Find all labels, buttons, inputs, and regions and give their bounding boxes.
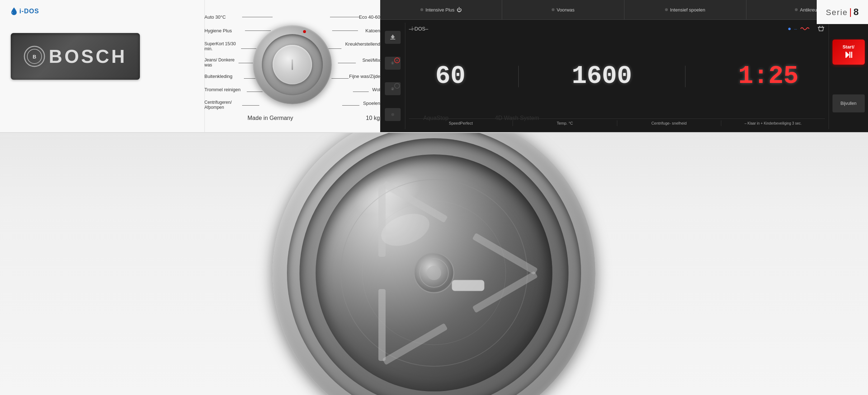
connector-katoen — [332, 31, 358, 31]
connector-auto — [242, 17, 273, 17]
intensive-plus-label: Intensive Plus — [425, 7, 454, 13]
program-katoen: Katoen — [365, 28, 380, 33]
program-buiten: Buitenkleding — [204, 74, 232, 79]
idos-button-1[interactable]: ① + — [385, 57, 401, 70]
svg-rect-4 — [390, 39, 395, 40]
svg-rect-11 — [378, 185, 386, 257]
water-drop-icon: i — [11, 7, 17, 15]
basket-icon — [817, 25, 825, 32]
made-in-germany-label: Made in Germany — [247, 115, 293, 121]
svg-marker-5 — [391, 34, 395, 38]
wave-icon — [800, 26, 814, 32]
svg-text:+: + — [396, 59, 398, 62]
dial-position-marker — [292, 59, 293, 70]
right-action-buttons: Start/ ⏯ Bijvullen — [829, 23, 868, 129]
display-top-row: –i-DOS– ● — — [409, 24, 825, 33]
spin-speed-value: 1600 — [572, 62, 632, 90]
svg-rect-17 — [452, 280, 484, 291]
machine-top-panel: i i-DOS B BOSCH Auto 30°C Hygiene Plus S… — [0, 0, 868, 133]
blue-circle-icon: ● — [788, 25, 791, 32]
drum-ring-2 — [287, 133, 581, 395]
control-panel: Serie|8 Intensive Plus ⏻ Voorwas Intensi… — [380, 0, 868, 132]
idos-text: i-DOS — [19, 8, 39, 15]
voorwas-indicator — [552, 8, 555, 11]
power-icon: ⏻ — [457, 7, 462, 13]
top-function-buttons: Intensive Plus ⏻ Voorwas Intensief spoel… — [380, 0, 868, 20]
program-kreuk: Kreukherstellend — [345, 41, 380, 47]
aquastop-label: AquaStop — [423, 115, 448, 121]
temperature-display: 60 — [435, 64, 466, 89]
voorwas-label: Voorwas — [557, 7, 575, 13]
upload-icon — [389, 34, 396, 41]
svg-text:B: B — [33, 54, 36, 60]
time-value: 1:25 — [738, 62, 798, 90]
program-dial[interactable] — [253, 25, 332, 104]
dial-outer-ring — [253, 25, 332, 104]
klaar-in-label: – Klaar in + Kinderbeveiliging 3 sec. — [745, 121, 802, 125]
svg-rect-16 — [472, 271, 538, 313]
voorwas-button[interactable]: Voorwas — [502, 0, 624, 19]
display-numbers-row: 60 1600 1:25 — [409, 34, 825, 118]
bosch-circle-logo-icon: B — [24, 46, 45, 67]
svg-rect-13 — [472, 233, 538, 275]
dial-red-indicator — [303, 30, 306, 33]
program-auto30: Auto 30°C — [204, 14, 226, 20]
display-area: ① + ② — [380, 20, 868, 132]
program-jeans: Jeans/ Donkere was — [204, 57, 237, 68]
intensive-plus-button[interactable]: Intensive Plus ⏻ — [380, 0, 502, 19]
idos-button-2[interactable]: ② — [385, 82, 401, 95]
bijvullen-label: Bijvullen — [840, 101, 857, 106]
connector-fijne — [331, 78, 349, 79]
drum-glass-window[interactable] — [316, 154, 552, 391]
bosch-brand-name: BOSCH — [49, 46, 127, 67]
small-led-icon — [391, 113, 394, 116]
play-pause-icon: ⏯ — [844, 50, 854, 60]
spin-speed-display: 1600 — [572, 64, 632, 89]
serie-badge: Serie|8 — [817, 0, 868, 24]
upload-button[interactable] — [385, 31, 401, 44]
klaar-in-button[interactable]: – Klaar in + Kinderbeveiliging 3 sec. — [721, 120, 825, 126]
dial-labels: Auto 30°C Hygiene Plus SuperKort 15/30 m… — [204, 7, 380, 118]
svg-point-8 — [395, 83, 400, 88]
drum-door — [273, 133, 595, 395]
speedperfect-label: SpeedPerfect — [449, 121, 473, 125]
program-centri: Centrifugeren/ Afpompen — [204, 100, 237, 110]
spin-speed-label: Centrifuge- snelheid — [651, 121, 687, 125]
intensief-indicator — [665, 8, 668, 11]
program-wol: Wol — [372, 87, 380, 92]
serie-number: 8 — [854, 6, 859, 17]
capacity-label: 10 kg — [366, 115, 380, 121]
drum-ring-3 — [299, 138, 569, 395]
settings-icon — [394, 83, 400, 89]
start-button[interactable]: Start/ ⏯ — [832, 40, 865, 65]
antikreuk-label: Antikreuk — [800, 7, 819, 13]
spin-speed-button[interactable]: Centrifuge- snelheid — [617, 120, 721, 126]
icon-indicators: ● — — [788, 25, 825, 32]
dial-center-knob — [273, 45, 312, 84]
left-controls: ① + ② — [380, 23, 405, 129]
serie-bar-icon: | — [849, 6, 852, 17]
connector-wol — [353, 92, 369, 92]
small-indicator-btn[interactable] — [385, 108, 401, 121]
connector-spoelen — [342, 105, 359, 106]
intensief-label: Intensief spoelen — [670, 7, 705, 13]
program-superkort: SuperKort 15/30 min. — [204, 41, 237, 51]
dial-middle-ring — [262, 34, 323, 95]
program-snel: Snel/Mix — [362, 57, 380, 63]
serie-label: Serie — [826, 8, 848, 17]
svg-rect-12 — [378, 289, 386, 361]
program-hygiene-plus: Hygiene Plus — [204, 28, 232, 33]
svg-point-20 — [427, 266, 441, 280]
connector-eco — [330, 17, 360, 17]
digital-display: –i-DOS– ● — — [405, 23, 829, 129]
bijvullen-button[interactable]: Bijvullen — [832, 94, 865, 112]
idos-badge: i i-DOS — [11, 7, 39, 15]
blue-dash-icon: — — [794, 27, 797, 31]
intensief-spoelen-button[interactable]: Intensief spoelen — [624, 0, 746, 19]
connector-snel — [338, 63, 356, 63]
intensive-plus-indicator — [420, 8, 423, 11]
svg-rect-15 — [382, 323, 448, 365]
bottom-labels-row: SpeedPerfect Temp. °C Centrifuge- snelhe… — [409, 118, 825, 127]
time-display: 1:25 — [738, 64, 798, 89]
display-separator-1 — [518, 66, 519, 87]
